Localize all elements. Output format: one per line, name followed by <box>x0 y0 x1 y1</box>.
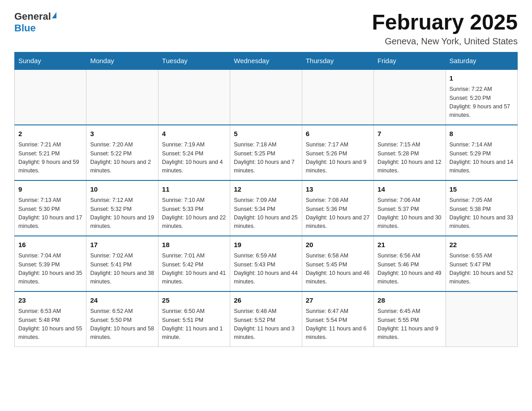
calendar-cell <box>158 69 230 125</box>
day-info: Sunrise: 6:55 AMSunset: 5:47 PMDaylight:… <box>450 252 514 287</box>
calendar-cell: 20Sunrise: 6:58 AMSunset: 5:45 PMDayligh… <box>302 236 373 291</box>
calendar-cell: 3Sunrise: 7:20 AMSunset: 5:22 PMDaylight… <box>86 125 158 180</box>
day-number: 17 <box>90 240 154 250</box>
calendar-cell: 12Sunrise: 7:09 AMSunset: 5:34 PMDayligh… <box>230 180 302 236</box>
day-info: Sunrise: 7:22 AMSunset: 5:20 PMDaylight:… <box>450 85 514 120</box>
day-number: 26 <box>234 295 298 306</box>
weekday-header-row: SundayMondayTuesdayWednesdayThursdayFrid… <box>15 52 518 69</box>
day-number: 8 <box>450 129 514 139</box>
day-number: 21 <box>378 240 442 250</box>
day-info: Sunrise: 7:08 AMSunset: 5:36 PMDaylight:… <box>306 196 370 231</box>
calendar-cell: 24Sunrise: 6:52 AMSunset: 5:50 PMDayligh… <box>86 291 158 347</box>
calendar-cell <box>374 69 446 125</box>
day-number: 9 <box>18 184 82 195</box>
day-info: Sunrise: 6:45 AMSunset: 5:55 PMDaylight:… <box>378 307 442 342</box>
day-info: Sunrise: 7:14 AMSunset: 5:29 PMDaylight:… <box>450 141 514 176</box>
logo: General Blue <box>14 11 56 34</box>
day-number: 22 <box>450 240 514 250</box>
logo-arrow-icon <box>52 12 56 18</box>
calendar-cell: 27Sunrise: 6:47 AMSunset: 5:54 PMDayligh… <box>302 291 373 347</box>
calendar-cell: 18Sunrise: 7:01 AMSunset: 5:42 PMDayligh… <box>158 236 230 291</box>
day-number: 11 <box>162 184 226 195</box>
day-number: 10 <box>90 184 154 195</box>
calendar-cell: 7Sunrise: 7:15 AMSunset: 5:28 PMDaylight… <box>374 125 446 180</box>
calendar-week-row: 16Sunrise: 7:04 AMSunset: 5:39 PMDayligh… <box>15 236 518 291</box>
day-info: Sunrise: 7:01 AMSunset: 5:42 PMDaylight:… <box>162 252 226 287</box>
day-info: Sunrise: 7:17 AMSunset: 5:26 PMDaylight:… <box>306 141 370 176</box>
calendar-cell: 5Sunrise: 7:18 AMSunset: 5:25 PMDaylight… <box>230 125 302 180</box>
calendar-cell <box>86 69 158 125</box>
calendar-cell: 2Sunrise: 7:21 AMSunset: 5:21 PMDaylight… <box>15 125 86 180</box>
calendar-cell: 16Sunrise: 7:04 AMSunset: 5:39 PMDayligh… <box>15 236 86 291</box>
calendar-cell: 23Sunrise: 6:53 AMSunset: 5:48 PMDayligh… <box>15 291 86 347</box>
day-info: Sunrise: 7:19 AMSunset: 5:24 PMDaylight:… <box>162 141 226 176</box>
calendar-body: 1Sunrise: 7:22 AMSunset: 5:20 PMDaylight… <box>15 69 518 347</box>
calendar-cell: 13Sunrise: 7:08 AMSunset: 5:36 PMDayligh… <box>302 180 373 236</box>
day-number: 20 <box>306 240 370 250</box>
calendar-cell: 8Sunrise: 7:14 AMSunset: 5:29 PMDaylight… <box>446 125 517 180</box>
day-number: 18 <box>162 240 226 250</box>
day-info: Sunrise: 7:02 AMSunset: 5:41 PMDaylight:… <box>90 252 154 287</box>
day-info: Sunrise: 7:21 AMSunset: 5:21 PMDaylight:… <box>18 141 82 176</box>
day-info: Sunrise: 7:04 AMSunset: 5:39 PMDaylight:… <box>18 252 82 287</box>
weekday-header-friday: Friday <box>374 52 446 69</box>
day-info: Sunrise: 7:20 AMSunset: 5:22 PMDaylight:… <box>90 141 154 176</box>
title-area: February 2025 Geneva, New York, United S… <box>372 11 518 47</box>
calendar-cell: 28Sunrise: 6:45 AMSunset: 5:55 PMDayligh… <box>374 291 446 347</box>
day-number: 19 <box>234 240 298 250</box>
day-number: 27 <box>306 295 370 306</box>
location-text: Geneva, New York, United States <box>372 36 518 47</box>
calendar-week-row: 1Sunrise: 7:22 AMSunset: 5:20 PMDaylight… <box>15 69 518 125</box>
day-info: Sunrise: 7:15 AMSunset: 5:28 PMDaylight:… <box>378 141 442 176</box>
weekday-header-wednesday: Wednesday <box>230 52 302 69</box>
calendar-week-row: 9Sunrise: 7:13 AMSunset: 5:30 PMDaylight… <box>15 180 518 236</box>
day-number: 6 <box>306 129 370 139</box>
calendar-cell <box>446 291 517 347</box>
day-number: 2 <box>18 129 82 139</box>
weekday-header-saturday: Saturday <box>446 52 517 69</box>
day-info: Sunrise: 6:53 AMSunset: 5:48 PMDaylight:… <box>18 307 82 342</box>
calendar-cell <box>15 69 86 125</box>
day-info: Sunrise: 7:10 AMSunset: 5:33 PMDaylight:… <box>162 196 226 231</box>
day-number: 3 <box>90 129 154 139</box>
day-number: 7 <box>378 129 442 139</box>
day-info: Sunrise: 7:09 AMSunset: 5:34 PMDaylight:… <box>234 196 298 231</box>
logo-blue-text: Blue <box>14 22 36 34</box>
day-number: 15 <box>450 184 514 195</box>
day-number: 25 <box>162 295 226 306</box>
day-number: 12 <box>234 184 298 195</box>
day-info: Sunrise: 6:56 AMSunset: 5:46 PMDaylight:… <box>378 252 442 287</box>
calendar-cell: 10Sunrise: 7:12 AMSunset: 5:32 PMDayligh… <box>86 180 158 236</box>
weekday-header-monday: Monday <box>86 52 158 69</box>
day-number: 14 <box>378 184 442 195</box>
calendar-cell: 21Sunrise: 6:56 AMSunset: 5:46 PMDayligh… <box>374 236 446 291</box>
calendar-cell: 25Sunrise: 6:50 AMSunset: 5:51 PMDayligh… <box>158 291 230 347</box>
calendar-cell: 22Sunrise: 6:55 AMSunset: 5:47 PMDayligh… <box>446 236 517 291</box>
calendar-cell: 14Sunrise: 7:06 AMSunset: 5:37 PMDayligh… <box>374 180 446 236</box>
day-number: 16 <box>18 240 82 250</box>
calendar-cell: 11Sunrise: 7:10 AMSunset: 5:33 PMDayligh… <box>158 180 230 236</box>
calendar-cell <box>302 69 373 125</box>
calendar-week-row: 23Sunrise: 6:53 AMSunset: 5:48 PMDayligh… <box>15 291 518 347</box>
weekday-header-sunday: Sunday <box>15 52 86 69</box>
day-number: 13 <box>306 184 370 195</box>
month-title: February 2025 <box>372 11 518 34</box>
day-info: Sunrise: 6:52 AMSunset: 5:50 PMDaylight:… <box>90 307 154 342</box>
day-number: 1 <box>450 73 514 84</box>
day-info: Sunrise: 7:13 AMSunset: 5:30 PMDaylight:… <box>18 196 82 231</box>
day-number: 23 <box>18 295 82 306</box>
day-info: Sunrise: 7:06 AMSunset: 5:37 PMDaylight:… <box>378 196 442 231</box>
day-number: 5 <box>234 129 298 139</box>
day-info: Sunrise: 6:48 AMSunset: 5:52 PMDaylight:… <box>234 307 298 342</box>
day-number: 28 <box>378 295 442 306</box>
calendar-week-row: 2Sunrise: 7:21 AMSunset: 5:21 PMDaylight… <box>15 125 518 180</box>
calendar-cell: 26Sunrise: 6:48 AMSunset: 5:52 PMDayligh… <box>230 291 302 347</box>
day-number: 4 <box>162 129 226 139</box>
calendar-cell: 9Sunrise: 7:13 AMSunset: 5:30 PMDaylight… <box>15 180 86 236</box>
calendar-cell: 17Sunrise: 7:02 AMSunset: 5:41 PMDayligh… <box>86 236 158 291</box>
day-info: Sunrise: 6:58 AMSunset: 5:45 PMDaylight:… <box>306 252 370 287</box>
day-info: Sunrise: 6:50 AMSunset: 5:51 PMDaylight:… <box>162 307 226 342</box>
weekday-header-tuesday: Tuesday <box>158 52 230 69</box>
calendar-cell: 6Sunrise: 7:17 AMSunset: 5:26 PMDaylight… <box>302 125 373 180</box>
day-number: 24 <box>90 295 154 306</box>
